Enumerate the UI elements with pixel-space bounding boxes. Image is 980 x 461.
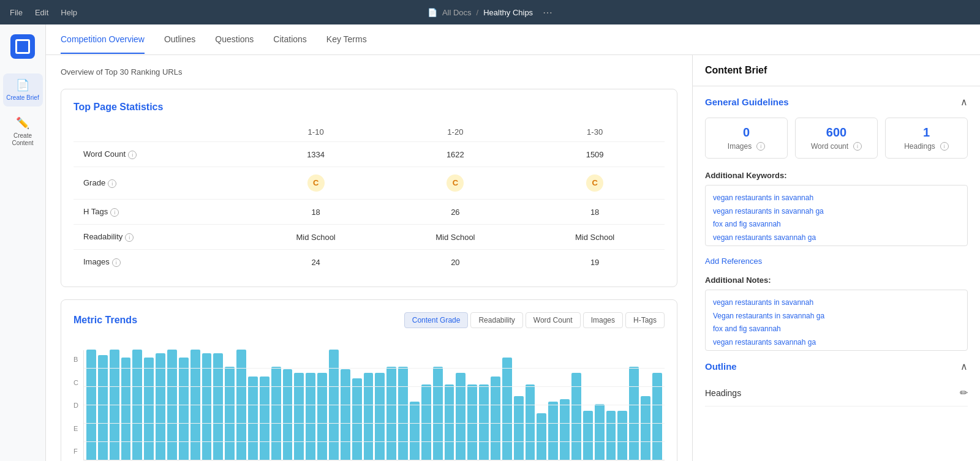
chart-bar: [352, 378, 362, 460]
metric-tab-content-grade[interactable]: Content Grade: [404, 312, 469, 328]
grade-badge: C: [586, 174, 603, 192]
edit-headings-icon[interactable]: ✏: [960, 387, 968, 399]
chart-bar: [283, 369, 293, 460]
chart-bar: [583, 411, 593, 460]
guideline-wordcount-label: Word count i: [803, 142, 870, 151]
top-nav-menu: File Edit Help: [10, 8, 77, 17]
chart-bar: [190, 350, 200, 460]
chart-bar: [537, 413, 546, 460]
metric-tab-readability[interactable]: Readability: [470, 312, 522, 328]
guideline-headings-label: Headings i: [893, 142, 960, 151]
keyword-item: vegan restaurants savannah: [713, 244, 960, 246]
collapse-outline-icon[interactable]: ∧: [960, 361, 968, 372]
top-nav: File Edit Help 📄 All Docs / Healthy Chip…: [0, 0, 980, 24]
keyword-item: vegan restaurants in savannah: [713, 192, 960, 205]
chart-y-label: E: [74, 419, 78, 438]
table-row: Word Counti133416221509: [74, 142, 665, 167]
edit-menu[interactable]: Edit: [35, 8, 48, 17]
metric-header: Metric Trends Content GradeReadabilityWo…: [74, 312, 665, 328]
chart-bar: [514, 396, 524, 460]
chart-bar: [156, 353, 165, 460]
sidebar: 📄 Create Brief ✏️ Create Content: [0, 24, 46, 461]
chart-bar: [121, 358, 131, 460]
add-references-link[interactable]: Add References: [705, 257, 762, 266]
headings-row: Headings ✏: [705, 380, 968, 407]
file-menu[interactable]: File: [10, 8, 23, 17]
row-info-icon[interactable]: i: [112, 258, 121, 267]
chart-bar: [167, 350, 177, 460]
chart-bar: [467, 384, 477, 460]
collapse-guidelines-icon[interactable]: ∧: [960, 96, 968, 108]
wordcount-info-icon[interactable]: i: [853, 142, 862, 151]
chart-bar: [433, 367, 443, 460]
chart-y-axis: BCDEF: [74, 350, 78, 460]
table-row: H Tagsi182618: [74, 200, 665, 225]
breadcrumb-separator: /: [477, 8, 479, 17]
chart-bar: [421, 384, 431, 460]
row-info-icon[interactable]: i: [110, 208, 119, 217]
chart-bar: [617, 411, 627, 460]
chart-bar: [364, 373, 374, 460]
row-info-icon[interactable]: i: [108, 179, 116, 188]
guideline-wordcount-value: 600: [803, 126, 870, 140]
create-content-label: Create Content: [6, 132, 40, 147]
document-icon: 📄: [428, 8, 437, 17]
headings-label: Headings: [705, 388, 741, 398]
guideline-images-value: 0: [713, 126, 780, 140]
chart-bar: [398, 367, 408, 460]
share-icon[interactable]: ⋯: [543, 7, 552, 18]
help-menu[interactable]: Help: [61, 8, 77, 17]
chart-bar: [202, 353, 212, 460]
chart-bar: [641, 396, 650, 460]
sidebar-item-create-content[interactable]: ✏️ Create Content: [3, 111, 43, 152]
create-brief-label: Create Brief: [6, 94, 39, 102]
tab-citations[interactable]: Citations: [273, 26, 306, 54]
metric-tab-h-tags[interactable]: H-Tags: [625, 312, 665, 328]
guideline-headings-value: 1: [893, 126, 960, 140]
additional-notes-label: Additional Notes:: [705, 275, 968, 285]
chart-bar: [179, 358, 189, 460]
chart-bar: [560, 399, 570, 460]
chart-y-label: F: [74, 442, 78, 460]
outline-header: Outline ∧: [705, 361, 968, 372]
metric-tab-word-count[interactable]: Word Count: [526, 312, 581, 328]
chart-bar: [98, 355, 108, 460]
create-brief-icon: 📄: [16, 78, 29, 92]
note-item: vegan restaurants in savannah: [713, 296, 960, 310]
create-content-icon: ✏️: [16, 116, 29, 130]
chart-y-label: D: [74, 396, 78, 414]
additional-notes-box: vegan restaurants in savannahVegan resta…: [705, 290, 968, 351]
chart-bar: [445, 384, 454, 460]
all-docs-link[interactable]: All Docs: [442, 8, 472, 17]
note-item: vegan restaurants savannah ga: [713, 336, 960, 350]
row-info-icon[interactable]: i: [128, 151, 137, 159]
chart-bar: [341, 369, 350, 460]
tab-key-terms[interactable]: Key Terms: [326, 26, 367, 54]
main-layout: 📄 Create Brief ✏️ Create Content Competi…: [0, 24, 980, 461]
tab-outlines[interactable]: Outlines: [164, 26, 195, 54]
breadcrumb: 📄 All Docs / Healthy Chips ⋯: [428, 7, 552, 18]
chart-bar: [410, 402, 420, 460]
keyword-item: fox and fig savannah: [713, 218, 960, 231]
table-row: ReadabilityiMid SchoolMid SchoolMid Scho…: [74, 225, 665, 250]
metric-tab-images[interactable]: Images: [583, 312, 623, 328]
tab-questions[interactable]: Questions: [215, 26, 254, 54]
chart-bar: [606, 411, 616, 460]
additional-keywords-label: Additional Keywords:: [705, 171, 968, 180]
headings-info-icon[interactable]: i: [940, 142, 949, 151]
tab-competition-overview[interactable]: Competition Overview: [61, 26, 145, 54]
chart-bar: [595, 404, 605, 460]
guideline-headings-card: 1 Headings i: [885, 118, 968, 159]
col-header-1-30: 1-30: [525, 122, 665, 142]
content-brief-header: Content Brief: [693, 55, 980, 86]
table-row: Imagesi242019: [74, 250, 665, 275]
chart-bar: [375, 373, 385, 460]
table-row: GradeiCCC: [74, 167, 665, 200]
sidebar-item-create-brief[interactable]: 📄 Create Brief: [3, 73, 43, 107]
chart-bar: [456, 373, 466, 460]
chart-bar: [491, 377, 500, 460]
metric-tabs: Content GradeReadabilityWord CountImages…: [404, 312, 665, 328]
col-header-1-20: 1-20: [385, 122, 525, 142]
images-info-icon[interactable]: i: [756, 142, 765, 151]
row-info-icon[interactable]: i: [125, 233, 134, 242]
